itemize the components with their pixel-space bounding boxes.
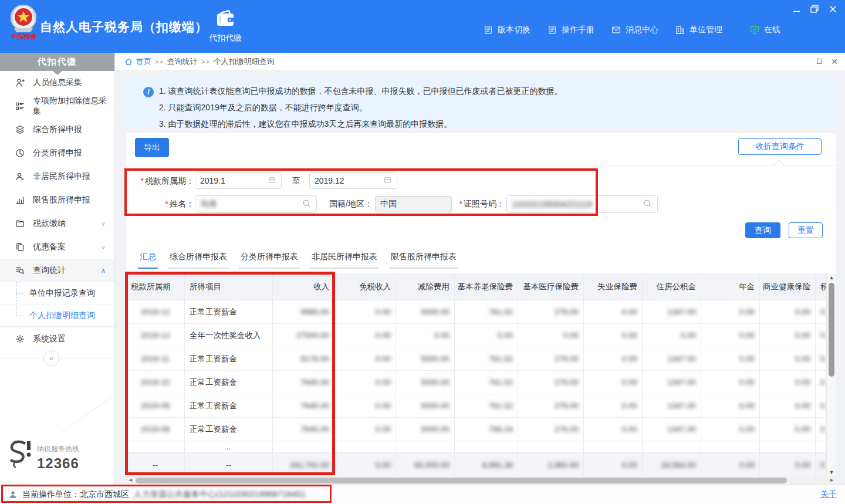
table-cell [455,441,518,453]
table-row[interactable]: 2019-11正常工资薪金9178.000.005000.00761.52279… [126,347,826,371]
table-cell: 761.52 [455,300,518,324]
table-cell: 761.52 [455,394,518,418]
collapse-query-button[interactable]: 收折查询条件 [738,138,822,155]
table-cell: 0.00 [760,371,816,394]
breadcrumb-item[interactable]: 查询统计 [167,56,198,67]
top-menu-item-4[interactable]: 单位管理 [675,25,722,35]
table-cell: 全年一次性奖金收入 [185,324,273,347]
table-cell: 1347.00 [643,418,701,441]
tab-5[interactable]: 限售股所得申报表 [389,252,458,269]
restore-button[interactable] [809,4,820,14]
tab-4[interactable]: 非居民所得申报表 [310,252,379,269]
summary-cell: 18,564.00 [643,453,701,476]
scroll-left-icon[interactable]: ◄ [128,477,133,483]
table-row[interactable]: 2019-09正常工资薪金7645.000.005000.00761.52279… [126,394,826,418]
sidebar-item-1[interactable]: 人员信息采集 [0,71,114,94]
scroll-right-icon[interactable]: ► [829,477,834,483]
sidebar-item-8[interactable]: 优惠备案∨ [0,235,114,259]
search-icon[interactable] [643,198,653,210]
sidebar-item-2[interactable]: 专项附加扣除信息采集 [0,94,114,118]
tab-3[interactable]: 分类所得申报表 [239,252,300,269]
sidebar-subitem-2[interactable]: 个人扣缴明细查询 [0,305,114,327]
table-row[interactable]: 2019-08正常工资薪金7645.000.005000.00798.24279… [126,418,826,441]
table-cell: 0.00 [760,347,816,371]
table-cell: 7645.00 [273,394,334,418]
sidebar-item-5[interactable]: 非居民所得申报 [0,165,114,188]
table-cell: 0.00 [584,371,643,394]
current-unit-label: 当前操作单位：北京市西城区 [22,489,129,500]
sidebar-item-9[interactable]: 查询统计∧ [0,259,114,282]
table-cell: 5000.00 [396,300,455,324]
period-from-input[interactable]: 2019.1 [195,172,282,189]
sidebar-submenu: 单位申报记录查询个人扣缴明细查询 [0,282,114,327]
app-window: 中国税务 自然人电子税务局（扣缴端） 代扣代缴 版本切换操作手册消息中心单位管理… [0,0,845,504]
pane-close-button[interactable]: ✕ [831,57,838,66]
horizontal-scroll-thumb[interactable] [136,478,787,483]
minimize-button[interactable] [791,4,802,14]
reset-button[interactable]: 重置 [789,222,823,238]
table-cell: 0. [816,324,826,347]
top-menu-item-5[interactable]: 在线 [749,25,780,35]
sidebar-item-settings[interactable]: 系统设置 [0,327,114,350]
tab-2[interactable]: 综合所得申报表 [168,252,229,269]
horizontal-scrollbar[interactable]: ◄ ► [126,476,836,485]
top-menu-item-2[interactable]: 操作手册 [547,25,594,35]
column-header: 所得项目 [185,273,273,300]
sidebar-item-7[interactable]: 税款缴纳∨ [0,212,114,235]
table-row[interactable]: 2019-10正常工资薪金7645.000.005000.00761.52279… [126,371,826,394]
id-number-input[interactable]: 110102199304221119 [506,195,658,213]
table-row[interactable]: 2019-12正常工资薪金9985.000.005000.00761.52279… [126,300,826,324]
table-cell: 279.00 [518,418,584,441]
table-cell [126,441,185,453]
name-value-blurred: 马倩 [200,199,217,209]
query-button[interactable]: 查询 [745,222,780,238]
scroll-down-icon[interactable]: ▼ [827,469,836,475]
table-cell [760,441,816,453]
name-input[interactable]: 马倩 [195,195,317,213]
table-cell: 2019-12 [126,300,185,324]
close-button[interactable] [827,4,838,14]
nationality-input: 中国 [375,196,452,212]
table-cell [584,441,643,453]
main-content: i 1. 该查询统计表仅能查询已申报成功的数据，不包含未申报、申报失败，已申报但… [115,71,845,485]
table-cell: 1347.00 [643,371,701,394]
table-cell: 5000.00 [396,371,455,394]
table-cell: 0.00 [701,300,760,324]
table-cell: 2019-09 [126,394,185,418]
sidebar-item-6[interactable]: 限售股所得申报 [0,188,114,212]
table-cell [273,441,334,453]
svg-text:中国税务: 中国税务 [11,33,37,40]
sidebar-subitem-1[interactable]: 单位申报记录查询 [0,282,114,305]
sidebar-item-3[interactable]: 综合所得申报 [0,118,114,141]
export-button[interactable]: 导出 [135,138,169,157]
vertical-scrollbar[interactable]: ▲ ▼ [826,273,836,476]
table-cell: 0.00 [701,394,760,418]
period-to-input[interactable]: 2019.12 [309,172,397,189]
notice-line: 1. 该查询统计表仅能查询已申报成功的数据，不包含未申报、申报失败，已申报但已作… [159,86,563,97]
table-cell: 0.00 [584,394,643,418]
table-row[interactable]: 2019-12全年一次性奖金收入27500.000.000.000.000.00… [126,324,826,347]
table-cell: 0.00 [701,347,760,371]
calendar-icon[interactable] [268,175,276,186]
building-icon [675,25,685,35]
titlebar: 中国税务 自然人电子税务局（扣缴端） 代扣代缴 版本切换操作手册消息中心单位管理… [0,0,845,53]
calendar-icon[interactable] [383,175,392,186]
pane-maximize-button[interactable] [817,57,822,66]
breadcrumb-home[interactable]: 首页 [136,56,151,67]
vertical-scroll-thumb[interactable] [829,283,834,377]
table-cell: 279.00 [518,300,584,324]
divider [126,165,836,165]
tab-1[interactable]: 汇总 [138,252,158,269]
top-menu-item-1[interactable]: 版本切换 [483,25,530,35]
table-cell: 9985.00 [273,300,334,324]
sidebar-item-4[interactable]: 分类所得申报 [0,141,114,165]
wallet-icon [215,19,236,29]
about-link[interactable]: 关于 [820,489,837,500]
module-tab-daikoudaijiao[interactable]: 代扣代缴 [203,10,248,43]
scroll-up-icon[interactable]: ▲ [827,275,836,280]
sidebar-collapse-button[interactable]: « [43,350,59,366]
top-menu-item-3[interactable]: 消息中心 [611,25,658,35]
table-cell: 0.00 [584,300,643,324]
summary-cell: -- [185,453,273,476]
search-icon[interactable] [302,198,312,210]
